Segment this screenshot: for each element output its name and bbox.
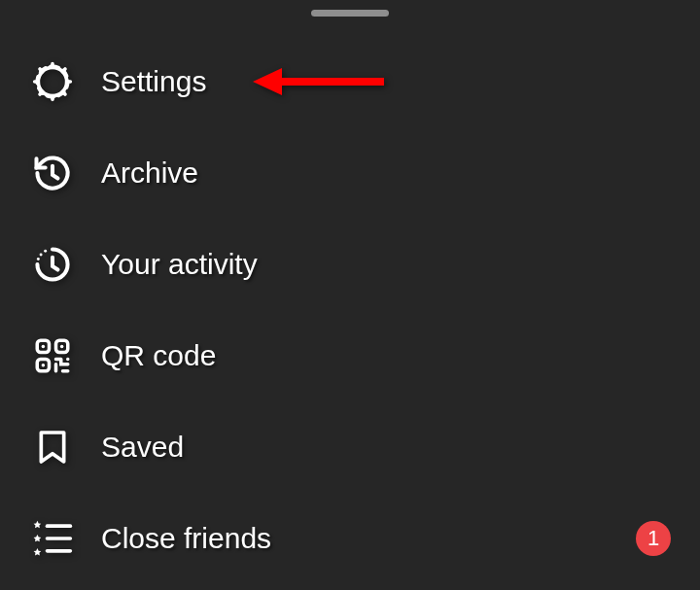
svg-point-3 bbox=[36, 263, 39, 266]
menu-item-close-friends[interactable]: Close friends 1 bbox=[0, 493, 700, 584]
svg-point-10 bbox=[42, 364, 46, 367]
gear-icon bbox=[29, 58, 76, 105]
activity-icon bbox=[29, 241, 76, 288]
menu-item-label: Settings bbox=[101, 65, 206, 98]
menu-item-your-activity[interactable]: Your activity bbox=[0, 219, 700, 310]
menu-item-label: Saved bbox=[101, 431, 184, 464]
menu: Settings Archive Your activity bbox=[0, 36, 700, 584]
archive-icon bbox=[29, 150, 76, 196]
menu-item-archive[interactable]: Archive bbox=[0, 127, 700, 219]
menu-item-label: Your activity bbox=[101, 248, 258, 281]
bookmark-icon bbox=[29, 424, 76, 470]
svg-point-1 bbox=[40, 253, 43, 256]
drag-handle[interactable] bbox=[311, 10, 389, 17]
menu-item-qr-code[interactable]: QR code bbox=[0, 310, 700, 401]
svg-point-4 bbox=[44, 250, 47, 253]
menu-item-label: Close friends bbox=[101, 522, 271, 555]
menu-item-settings[interactable]: Settings bbox=[0, 36, 700, 127]
svg-point-2 bbox=[37, 258, 40, 260]
menu-item-label: QR code bbox=[101, 339, 216, 372]
qr-code-icon bbox=[29, 332, 76, 379]
notification-badge: 1 bbox=[636, 521, 671, 556]
close-friends-icon bbox=[29, 515, 76, 562]
menu-item-saved[interactable]: Saved bbox=[0, 401, 700, 493]
svg-point-8 bbox=[42, 345, 46, 349]
menu-item-label: Archive bbox=[101, 156, 198, 190]
svg-point-9 bbox=[60, 345, 64, 349]
